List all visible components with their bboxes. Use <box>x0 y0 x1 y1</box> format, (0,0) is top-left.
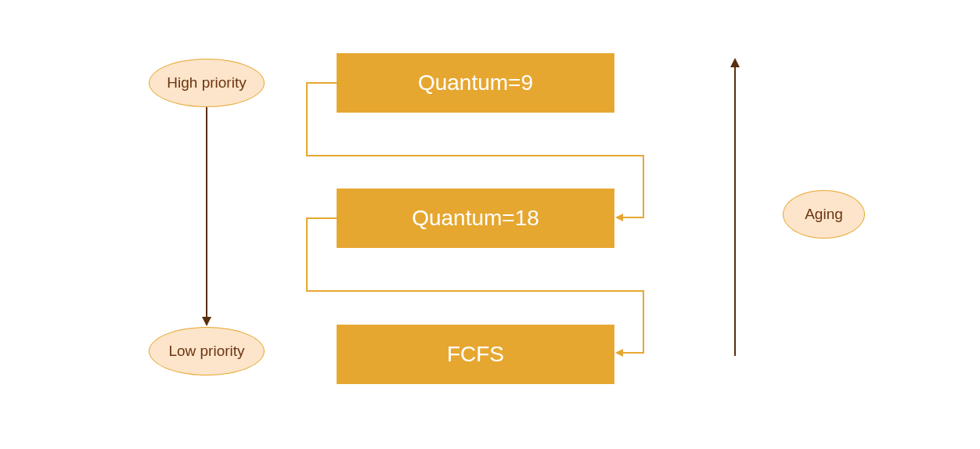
aging-arrowhead <box>730 58 740 67</box>
queue-3-box: FCFS <box>337 325 614 384</box>
priority-arrowhead <box>202 317 211 326</box>
connector-2-h3 <box>622 352 644 354</box>
priority-arrow-line <box>206 107 207 318</box>
queue-1-box: Quantum=9 <box>337 53 614 113</box>
connector-1-h2 <box>306 155 644 156</box>
connector-2-h1 <box>306 217 337 219</box>
high-priority-node: High priority <box>149 59 265 107</box>
connector-1-v <box>306 82 308 156</box>
low-priority-node: Low priority <box>149 327 265 375</box>
aging-node: Aging <box>783 190 865 239</box>
connector-1-v2 <box>643 155 644 217</box>
connector-1-h1 <box>306 82 337 84</box>
connector-2-v <box>306 217 308 291</box>
connector-2-v2 <box>643 290 644 353</box>
connector-1-h3 <box>622 217 644 218</box>
aging-label: Aging <box>805 206 843 223</box>
connector-1-arrowhead <box>615 214 623 221</box>
low-priority-label: Low priority <box>168 343 244 360</box>
aging-arrow-line <box>734 66 736 356</box>
connector-2-arrowhead <box>615 349 623 357</box>
queue-2-label: Quantum=18 <box>412 206 539 231</box>
high-priority-label: High priority <box>167 74 246 92</box>
queue-2-box: Quantum=18 <box>337 189 614 248</box>
connector-2-h2 <box>306 290 644 292</box>
queue-3-label: FCFS <box>447 342 504 367</box>
queue-1-label: Quantum=9 <box>418 70 533 95</box>
